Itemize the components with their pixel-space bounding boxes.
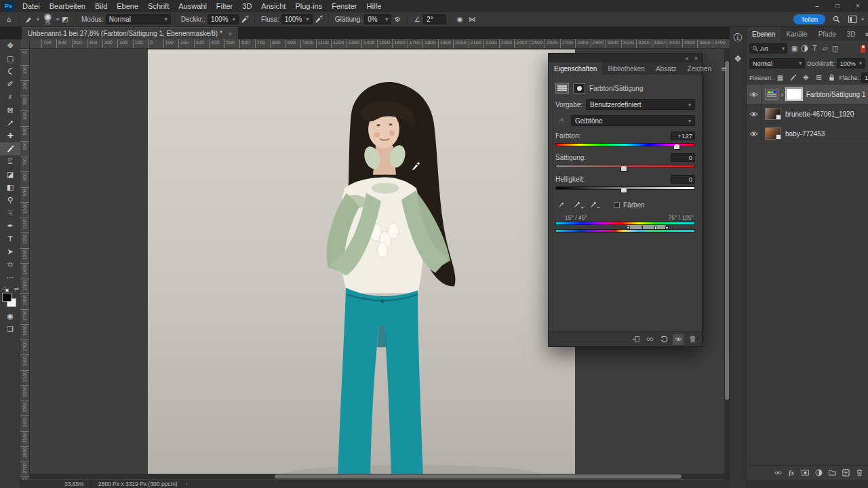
menu-plugins[interactable]: Plug-ins [290, 0, 327, 12]
tab-kan-le[interactable]: Kanäle [781, 27, 812, 41]
layer-fill-select[interactable]: 100%▾ [861, 73, 868, 83]
path-selection-tool[interactable]: ➤ [0, 245, 20, 258]
menu-datei[interactable]: Datei [18, 0, 45, 12]
eyedropper-add-icon[interactable]: + [572, 199, 583, 210]
layer-visibility-toggle[interactable] [747, 85, 762, 104]
opacity-select[interactable]: 100%▾ [208, 14, 239, 24]
add-mask-icon[interactable] [800, 468, 810, 479]
menu-schrift[interactable]: Schrift [143, 0, 174, 12]
mask-badge-icon[interactable] [573, 83, 585, 94]
lightness-slider[interactable] [555, 184, 695, 194]
rectangular-marquee-tool[interactable]: ▢ [0, 52, 20, 65]
range-outer-left-marker[interactable] [627, 226, 630, 229]
adjustment-sliders-icon[interactable] [555, 83, 569, 94]
mask-link-icon[interactable]: ∞ [779, 92, 785, 97]
move-tool[interactable]: ✥ [0, 39, 20, 52]
share-button[interactable]: Teilen [793, 14, 825, 24]
add-adjustment-icon[interactable] [813, 468, 824, 479]
link-layers-icon[interactable] [772, 468, 783, 479]
filter-type-icon[interactable]: T [810, 43, 819, 54]
symmetry-icon[interactable]: ⋈ [466, 14, 478, 26]
pressure-size-icon[interactable]: ◉ [454, 14, 466, 26]
new-group-icon[interactable] [827, 468, 837, 479]
layer-visibility-toggle[interactable] [747, 104, 762, 124]
new-layer-icon[interactable] [840, 468, 851, 479]
home-icon[interactable]: ⌂ [3, 14, 15, 26]
vertical-scrollbar[interactable] [724, 49, 730, 474]
type-tool[interactable]: T [0, 232, 20, 245]
workspace-switcher-icon[interactable] [848, 16, 857, 23]
airbrush-opacity-icon[interactable] [239, 14, 251, 26]
tab-zeichen[interactable]: Zeichen [682, 62, 717, 75]
adjustment-thumbnail[interactable] [765, 89, 778, 100]
tab-eigenschaften[interactable]: Eigenschaften [549, 62, 602, 75]
smudge-tool[interactable]: ☟ [0, 207, 20, 220]
search-icon[interactable] [831, 14, 843, 26]
layer-baby[interactable]: baby-772453 [747, 124, 868, 144]
brush-preset-icon[interactable] [22, 14, 35, 26]
quick-selection-tool[interactable]: ✐ [0, 78, 20, 91]
clone-stamp-tool[interactable]: ♖ [0, 155, 20, 168]
menu-hilfe[interactable]: Hilfe [361, 0, 386, 12]
brush-angle-field[interactable]: 2° [423, 14, 446, 24]
hue-range-bars[interactable] [555, 222, 695, 232]
crop-tool[interactable]: ♯ [0, 91, 20, 104]
layer-style-icon[interactable]: fx [786, 468, 797, 479]
airbrush-flow-icon[interactable] [313, 14, 325, 26]
tab-pfade[interactable]: Pfade [813, 27, 842, 41]
eyedropper-subtract-icon[interactable]: − [588, 199, 599, 210]
hue-slider[interactable] [555, 141, 695, 150]
quick-mask-button[interactable]: ◉ [0, 310, 20, 323]
tab-absatz[interactable]: Absatz [650, 62, 682, 75]
photo-canvas[interactable] [148, 49, 575, 479]
lock-pixels-icon[interactable] [788, 73, 799, 83]
delete-layer-icon[interactable] [854, 468, 865, 479]
menu-auswahl[interactable]: Auswahl [174, 0, 212, 12]
zoom-level[interactable]: 33,65% [64, 481, 84, 487]
preset-select[interactable]: Benutzerdefiniert▾ [586, 99, 695, 110]
plugins-panel-icon[interactable]: ❖ [731, 52, 745, 65]
layers-panel-menu-icon[interactable]: ≡ [861, 27, 868, 41]
flow-select[interactable]: 100%▾ [281, 14, 313, 24]
restore-button[interactable]: □ [827, 0, 848, 12]
menu-fenster[interactable]: Fenster [327, 0, 361, 12]
document-tab[interactable]: Unbenannt-1 bei 27,8% (Farbton/Sättigung… [22, 27, 238, 39]
brush-size-preview[interactable]: 25 [41, 14, 54, 25]
clip-to-layer-icon[interactable] [630, 334, 641, 345]
eraser-tool[interactable]: ◪ [0, 168, 20, 181]
lock-all-icon[interactable] [827, 73, 837, 83]
info-panel-icon[interactable]: ⓘ [731, 31, 745, 45]
range-outer-right-marker[interactable] [665, 226, 669, 229]
minimize-button[interactable]: – [807, 0, 827, 12]
lock-transparency-icon[interactable]: ▦ [775, 73, 786, 83]
dodge-tool[interactable]: ⚲ [0, 194, 20, 207]
swap-colors-icon[interactable]: ⇄ [14, 286, 19, 292]
menu-ansicht[interactable]: Ansicht [256, 0, 290, 12]
gradient-tool[interactable]: ◧ [0, 181, 20, 194]
layer-opacity-select[interactable]: 100%▾ [837, 58, 865, 68]
layer-brunette[interactable]: brunette-467061_1920 [747, 104, 868, 124]
tab-close-icon[interactable]: × [229, 30, 232, 37]
default-colors-icon[interactable] [3, 287, 9, 292]
blend-mode-select[interactable]: Normal▾ [106, 14, 171, 24]
filter-smart-icon[interactable]: ◫ [831, 43, 840, 54]
tab-bibliotheken[interactable]: Bibliotheken [602, 62, 650, 75]
saturation-value[interactable]: 0 [671, 153, 695, 162]
reset-adjustment-icon[interactable] [658, 334, 669, 345]
toggle-visibility-icon[interactable] [673, 334, 684, 345]
tab-3d[interactable]: 3D [842, 27, 861, 41]
delete-adjustment-icon[interactable] [687, 334, 698, 345]
tab-ebenen[interactable]: Ebenen [747, 27, 781, 41]
filter-shape-icon[interactable]: ▱ [821, 43, 829, 54]
brush-settings-toggle-icon[interactable]: ◩ [59, 14, 71, 26]
close-panel-icon[interactable]: × [694, 55, 698, 62]
lock-position-icon[interactable]: ✥ [801, 73, 812, 83]
brush-tool[interactable] [0, 142, 20, 155]
colorize-checkbox[interactable] [614, 202, 620, 208]
edit-toolbar-icon[interactable]: ⋯ [0, 271, 20, 284]
eyedropper-sample-icon[interactable] [555, 199, 566, 210]
filter-adjustment-icon[interactable] [800, 43, 809, 54]
smoothing-gear-icon[interactable]: ⚙ [391, 14, 403, 26]
layer-thumbnail[interactable] [765, 127, 781, 140]
filter-switch-icon[interactable] [861, 45, 865, 53]
